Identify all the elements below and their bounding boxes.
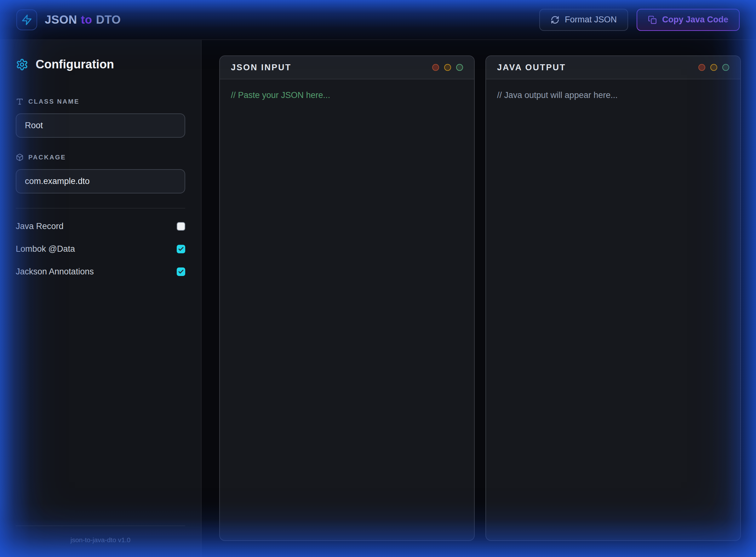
refresh-icon (551, 16, 560, 24)
page-title: JSON to DTO (45, 13, 121, 26)
option-lombok-data: Lombok @Data (16, 238, 185, 260)
zap-icon (21, 14, 32, 26)
configuration-heading: Configuration (16, 58, 185, 71)
yellow-dot-icon (444, 64, 451, 71)
app-logo (17, 9, 37, 30)
lombok-data-label: Lombok @Data (16, 244, 75, 254)
option-jackson-annotations: Jackson Annotations (16, 260, 185, 283)
yellow-dot-icon (710, 64, 717, 71)
java-output-panel: JAVA OUTPUT // Java output will appear h… (485, 55, 741, 541)
window-dots (432, 64, 463, 71)
java-output-title: JAVA OUTPUT (497, 63, 566, 72)
package-label-text: PACKAGE (28, 154, 66, 161)
jackson-annotations-label: Jackson Annotations (16, 267, 94, 276)
green-dot-icon (722, 64, 729, 71)
gear-icon (16, 58, 28, 71)
format-json-button[interactable]: Format JSON (539, 9, 628, 31)
green-dot-icon (456, 64, 463, 71)
window-dots (698, 64, 729, 71)
package-label: PACKAGE (16, 153, 185, 161)
version-text: json-to-java-dto v1.0 (16, 536, 185, 544)
java-record-checkbox[interactable] (177, 222, 185, 231)
java-output-placeholder: // Java output will appear here... (497, 89, 729, 101)
class-name-label-text: CLASS NAME (28, 98, 80, 105)
copy-icon (648, 16, 657, 24)
check-icon (178, 269, 184, 275)
title-json: JSON (45, 13, 77, 26)
json-input-panel-header: JSON INPUT (220, 56, 474, 79)
sidebar-divider-bottom (16, 526, 185, 526)
type-icon (16, 98, 24, 106)
configuration-sidebar: Configuration CLASS NAME PACKAGE Java Re… (0, 40, 202, 557)
options-list: Java Record Lombok @Data Jackson Annotat… (16, 215, 185, 283)
copy-java-code-label: Copy Java Code (662, 15, 728, 25)
jackson-annotations-checkbox[interactable] (177, 267, 185, 276)
title-dto: DTO (96, 13, 121, 26)
configuration-heading-label: Configuration (36, 58, 114, 71)
class-name-input[interactable] (16, 113, 185, 138)
json-input-body (220, 79, 474, 540)
title-to: to (81, 13, 92, 26)
topbar-actions: Format JSON Copy Java Code (539, 9, 739, 31)
red-dot-icon (432, 64, 439, 71)
sidebar-footer: json-to-java-dto v1.0 (16, 526, 185, 544)
format-json-label: Format JSON (565, 15, 617, 25)
class-name-label: CLASS NAME (16, 98, 185, 106)
json-input-title: JSON INPUT (231, 63, 291, 72)
json-input-textarea[interactable] (231, 89, 463, 530)
check-icon (178, 246, 184, 252)
package-icon (16, 153, 24, 161)
package-input[interactable] (16, 169, 185, 194)
java-output-body: // Java output will appear here... (486, 79, 740, 540)
lombok-data-checkbox[interactable] (177, 245, 185, 253)
json-input-panel: JSON INPUT (219, 55, 475, 541)
sidebar-divider-top (16, 208, 185, 209)
red-dot-icon (698, 64, 705, 71)
option-java-record: Java Record (16, 215, 185, 238)
main-content: JSON INPUT JAVA OUTPUT // Java output wi… (202, 40, 756, 557)
topbar: JSON to DTO Format JSON Copy Java Code (0, 0, 756, 40)
java-output-panel-header: JAVA OUTPUT (486, 56, 740, 79)
java-record-label: Java Record (16, 222, 64, 231)
copy-java-code-button[interactable]: Copy Java Code (637, 9, 739, 31)
